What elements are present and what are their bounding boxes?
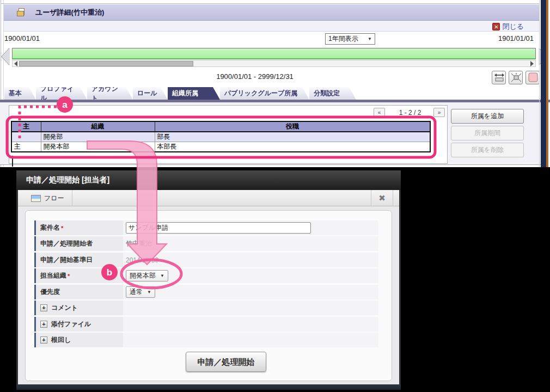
tab-account[interactable]: アカウント [87, 87, 133, 100]
expand-plus-icon[interactable]: + [40, 336, 47, 344]
pink-square-icon [527, 72, 539, 83]
flow-image-icon [31, 195, 41, 202]
header-title: 役職 [155, 121, 430, 132]
field-label: 案件名 * [34, 220, 123, 235]
close-x-icon[interactable]: ✕ [492, 23, 500, 30]
highlight-toggle-button[interactable] [525, 71, 540, 84]
form-row-base-date: 申請／開始基準日 2014/10/30 [34, 253, 378, 267]
case-name-input[interactable] [126, 222, 311, 234]
cell-org[interactable]: 開発本部 [41, 142, 155, 152]
flow-button[interactable]: フロー [23, 190, 72, 206]
table-header-row: 主 組織 役職 [11, 121, 430, 132]
collapse-view-button[interactable] [509, 71, 523, 84]
user-detail-window: ユーザ詳細(竹中重治) ✕ 閉じる 1900/01/01 1901/01/01 … [0, 0, 550, 167]
form-row-initiator: 申請／処理開始者 竹中重治 [34, 236, 378, 251]
timeline-scrollbar[interactable] [12, 60, 536, 67]
window-subbar: ✕ 閉じる [4, 21, 539, 32]
required-mark: * [61, 225, 63, 231]
initiator-value: 竹中重治 [126, 239, 152, 248]
expand-plus-icon[interactable]: + [40, 304, 47, 311]
fit-width-button[interactable] [492, 71, 506, 84]
submit-start-button[interactable]: 申請／処理開始 [186, 352, 266, 372]
timeline-period-bar[interactable] [12, 48, 536, 59]
cursor-mark [12, 156, 13, 167]
tab-public-group[interactable]: パブリックグループ所属 [220, 87, 309, 100]
tab-role[interactable]: ロール [133, 87, 168, 100]
timeline-start-date: 1900/01/01 [4, 34, 40, 42]
add-affiliation-button[interactable]: 所属を追加 [451, 109, 524, 124]
tab-classification[interactable]: 分類設定 [309, 87, 356, 100]
close-label[interactable]: 閉じる [502, 22, 524, 32]
cell-title[interactable]: 部長 [155, 132, 430, 142]
form-row-priority: 優先度 通常 ▼ [34, 285, 378, 299]
form-panel: 案件名 * 申請／処理開始者 竹中重治 申請／開始基準日 [25, 210, 392, 381]
org-table: 主 組織 役職 開発部 部長 主 開発本部 本部長 [11, 121, 431, 152]
label-text: 添付ファイル [51, 320, 91, 329]
range-mode-select[interactable]: 1年間表示 ▼ [325, 33, 375, 45]
required-mark: * [68, 273, 70, 279]
dialog-close-button[interactable]: ✖ [371, 190, 393, 206]
field-label: 申請／開始基準日 [34, 253, 123, 267]
document-icon [17, 8, 26, 17]
header-org: 組織 [41, 121, 155, 132]
attachment-expand-header[interactable]: + 添付ファイル [34, 317, 123, 332]
tab-profile[interactable]: プロファイル [36, 87, 87, 100]
pagination-prev-button[interactable]: « [374, 108, 385, 117]
label-text: 担当組織 [40, 271, 66, 280]
cell-title[interactable]: 本部長 [155, 142, 430, 152]
timeline-prev-arrow[interactable] [2, 48, 10, 65]
form-row-organization: 担当組織 * 開発本部 ▼ [34, 268, 378, 283]
table-row[interactable]: 開発部 部長 [11, 132, 430, 142]
window-right-border [539, 0, 540, 167]
tab-basic[interactable]: 基本 [4, 87, 36, 100]
header-main: 主 [11, 121, 41, 132]
range-mode-value: 1年間表示 [328, 34, 358, 44]
scrollbar-thumb[interactable] [19, 61, 193, 66]
comment-expand-header[interactable]: + コメント [34, 301, 123, 315]
tab-strip: 基本 プロファイル アカウント ロール 組織所属 パブリックグループ所属 分類設… [0, 87, 550, 100]
dialog-content: 案件名 * 申請／処理開始者 竹中重治 申請／開始基準日 [18, 206, 399, 384]
fit-width-icon [493, 72, 505, 83]
side-strip-orange [546, 0, 548, 167]
tab-organization[interactable]: 組織所属 [168, 87, 220, 100]
collapse-icon [510, 72, 522, 83]
window-top-border [1, 3, 539, 4]
scroll-right-icon[interactable] [530, 61, 534, 66]
close-window-button[interactable]: ✕ 閉じる [492, 22, 524, 32]
nemawashi-expand-header[interactable]: + 根回し [34, 333, 123, 347]
cell-org[interactable]: 開発部 [41, 132, 155, 142]
pagination-status: 1 - 2 / 2 [388, 109, 432, 117]
workflow-start-dialog: 申請／処理開始 [担当者] フロー ✖ 案件名 * [16, 170, 401, 390]
field-label: 担当組織 * [34, 268, 123, 283]
chevron-down-icon: ▼ [160, 273, 164, 278]
table-row[interactable]: 主 開発本部 本部長 [11, 142, 430, 152]
form-row-attachment: + 添付ファイル [34, 317, 378, 332]
timeline-end-date: 1901/01/01 [498, 34, 534, 42]
pagination-next-button[interactable]: » [433, 108, 445, 117]
form-row-comment: + コメント [34, 301, 378, 315]
form-row-nemawashi: + 根回し [34, 333, 378, 347]
label-text: 優先度 [40, 287, 60, 297]
priority-select[interactable]: 通常 ▼ [126, 286, 155, 298]
priority-value: 通常 [130, 287, 143, 297]
organization-select[interactable]: 開発本部 ▼ [126, 270, 168, 281]
label-text: コメント [51, 303, 78, 313]
expand-plus-icon[interactable]: + [40, 321, 47, 328]
label-text: 根回し [51, 335, 71, 345]
base-date-value: 2014/10/30 [126, 256, 158, 264]
timeline-range-label: 1900/01/01 - 2999/12/31 [206, 72, 304, 81]
delete-affiliation-button: 所属を削除 [451, 143, 524, 157]
screen: ユーザ詳細(竹中重治) ✕ 閉じる 1900/01/01 1901/01/01 … [0, 0, 550, 392]
cell-main[interactable] [11, 132, 41, 142]
field-label: 申請／処理開始者 [34, 236, 123, 251]
scroll-left-icon[interactable] [14, 61, 17, 66]
form-row-case-name: 案件名 * [34, 220, 378, 235]
chevron-down-icon: ▼ [147, 290, 151, 295]
dialog-title-bar: 申請／処理開始 [担当者] [16, 170, 401, 190]
page-title: ユーザ詳細(竹中重治) [35, 8, 104, 17]
organization-value: 開発本部 [130, 271, 156, 280]
dialog-toolbar: フロー ✖ [18, 190, 399, 206]
label-text: 案件名 [40, 223, 60, 232]
cell-main[interactable]: 主 [11, 142, 41, 152]
dialog-title: 申請／処理開始 [担当者] [26, 175, 109, 185]
